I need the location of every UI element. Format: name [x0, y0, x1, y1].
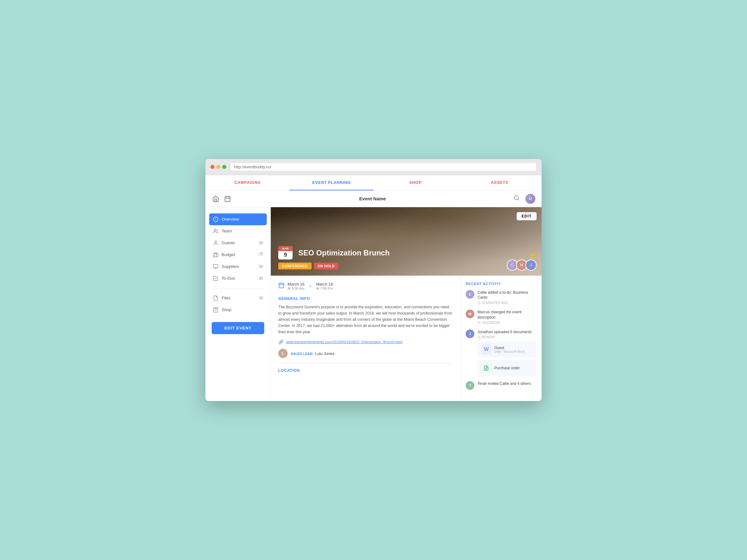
activity-avatar-3: J [466, 329, 474, 338]
activity-content-1: Callie added a to-do: Business Cards 32 … [478, 290, 537, 305]
home-icon[interactable] [212, 195, 220, 203]
hero-section: EDIT MAR 9 SEO Optimization Brunch CONFE… [271, 207, 542, 276]
search-icon[interactable] [514, 195, 522, 203]
activity-item-4: T Terah invited Callie and 4 others [466, 381, 537, 390]
event-date-badge: MAR 9 [278, 246, 292, 260]
sidebar-shop-label: Shop [222, 308, 232, 312]
event-description: The Buzzword Summit's purpose is to prov… [278, 304, 453, 335]
sidebar-item-files[interactable]: Files 30 [205, 292, 271, 304]
content-area: EDIT MAR 9 SEO Optimization Brunch CONFE… [271, 207, 542, 401]
main-layout: Overview Team [205, 207, 542, 401]
toolbar-icons [212, 195, 232, 203]
hero-tags: CONFERENCE ON HOLD [278, 263, 517, 269]
browser-window: http://eventbuddy.co/ CAMPAIGNS EVENT PL… [205, 159, 542, 401]
sidebar-item-shop[interactable]: Shop [205, 304, 271, 316]
hero-content: MAR 9 SEO Optimization Brunch CONFERENCE… [278, 246, 517, 269]
svg-point-10 [215, 241, 216, 243]
sidebar-item-todos[interactable]: To-Dos 30 [205, 272, 271, 284]
start-date-info: March 16 At 9:30 Am [278, 282, 304, 290]
sales-lead-label: SALES LEAD: [291, 352, 313, 355]
date-row: March 16 At 9:30 Am › March 18 At 7:00 P… [278, 282, 453, 290]
file-card-guest[interactable]: W Guest 14kb · Microsoft Word [478, 341, 537, 357]
sales-lead-row: L SALES LEAD: Lulu Jones [278, 349, 453, 358]
crown-icon: 👑 [530, 252, 536, 258]
sidebar-item-guests[interactable]: Guests 30 [205, 237, 271, 249]
sidebar-item-team[interactable]: Team [205, 225, 271, 237]
end-date: March 18 [316, 282, 333, 287]
event-url[interactable]: www.transperfectevents.com/2019/03/16/SE… [286, 340, 402, 344]
svg-point-4 [515, 195, 518, 199]
calendar-start-icon [278, 282, 284, 290]
sales-lead-avatar: L [278, 349, 288, 358]
sidebar-divider [213, 288, 263, 288]
sidebar-suppliers-badge: 30 [259, 264, 263, 269]
sidebar-item-overview[interactable]: Overview [209, 213, 267, 225]
calendar-icon[interactable] [224, 195, 232, 203]
sidebar-overview-label: Overview [222, 217, 239, 221]
svg-rect-13 [213, 264, 218, 268]
activity-avatar-2: M [466, 310, 474, 318]
activity-text-3: Jonathan uploaded 6 documents [478, 329, 537, 335]
svg-point-9 [214, 229, 216, 231]
activity-text-4: Terah invited Callie and 4 others [478, 381, 537, 386]
sidebar-budget-badge [259, 252, 263, 257]
file-name-purchase-order: Purchase order [494, 366, 520, 370]
sales-lead-name: Lulu Jones [315, 351, 335, 356]
hero-edit-button[interactable]: EDIT [517, 212, 537, 220]
sidebar-budget-label: Budget [222, 252, 235, 257]
url-bar[interactable]: http://eventbuddy.co/ [230, 163, 537, 171]
activity-content-3: Jonathan uploaded 6 documents MONDAY W [478, 329, 537, 376]
start-time: At 9:30 Am [288, 287, 304, 290]
activity-text-2: Marcus changed the event description [478, 310, 537, 320]
tag-on-hold: ON HOLD [314, 263, 339, 269]
tag-conference: CONFERENCE [278, 263, 312, 269]
file-name-guest: Guest [494, 346, 524, 350]
link-icon: 🔗 [278, 340, 284, 344]
general-info-title: GENERAL INFO [278, 296, 453, 301]
user-avatar[interactable]: U [525, 194, 535, 204]
section-divider [278, 363, 453, 364]
edit-event-button[interactable]: EDIT EVENT [212, 322, 264, 334]
event-month: MAR [278, 246, 292, 251]
nav-assets[interactable]: ASSETS [458, 175, 542, 190]
activity-content-4: Terah invited Callie and 4 others [478, 381, 537, 390]
top-nav: CAMPAIGNS EVENT PLANNING SHOP ASSETS [205, 175, 542, 191]
toolbar-right: U [514, 194, 535, 204]
activity-time-3: MONDAY [478, 336, 537, 339]
svg-rect-17 [279, 283, 284, 288]
event-url-row: 🔗 www.transperfectevents.com/2019/03/16/… [278, 340, 453, 344]
nav-shop[interactable]: SHOP [374, 175, 458, 190]
activity-item-1: C Callie added a to-do: Business Cards 3… [466, 290, 537, 305]
activity-avatar-4: T [466, 381, 474, 390]
app-container: CAMPAIGNS EVENT PLANNING SHOP ASSETS [205, 175, 542, 401]
activity-item-3: J Jonathan uploaded 6 documents MONDAY W [466, 329, 537, 376]
sidebar-todos-label: To-Dos [222, 276, 235, 281]
recent-activity-title: RECENT ACTIVITY [466, 282, 537, 286]
svg-rect-11 [213, 254, 218, 257]
sidebar: Overview Team [205, 207, 271, 401]
activity-content-2: Marcus changed the event description YES… [478, 310, 537, 324]
maximize-button[interactable] [222, 165, 226, 169]
start-date: March 16 [288, 282, 304, 287]
nav-event-planning[interactable]: EVENT PLANNING [289, 175, 374, 190]
sidebar-todos-badge: 30 [259, 276, 263, 281]
event-day: 9 [284, 251, 287, 260]
close-button[interactable] [210, 165, 214, 169]
activity-time-2: YESTERDAY [478, 321, 537, 324]
file-meta-guest: 14kb · Microsoft Word [494, 350, 524, 353]
toolbar: Event Name U [205, 191, 542, 207]
sidebar-item-suppliers[interactable]: Suppliers 30 [205, 261, 271, 272]
browser-chrome: http://eventbuddy.co/ [205, 159, 542, 175]
nav-campaigns[interactable]: CAMPAIGNS [205, 175, 289, 190]
minimize-button[interactable] [216, 165, 221, 169]
svg-line-5 [518, 199, 519, 200]
sheet-file-icon [481, 363, 491, 373]
date-arrow-icon: › [309, 283, 311, 289]
activity-avatar-1: C [466, 290, 474, 299]
sidebar-item-budget[interactable]: Budget [205, 249, 271, 261]
sidebar-files-label: Files [222, 296, 231, 300]
file-card-purchase-order[interactable]: Purchase order [478, 360, 537, 376]
sidebar-team-label: Team [222, 229, 232, 233]
activity-text-1: Callie added a to-do: Business Cards [478, 290, 537, 300]
end-time: At 7:00 Pm [316, 287, 333, 290]
